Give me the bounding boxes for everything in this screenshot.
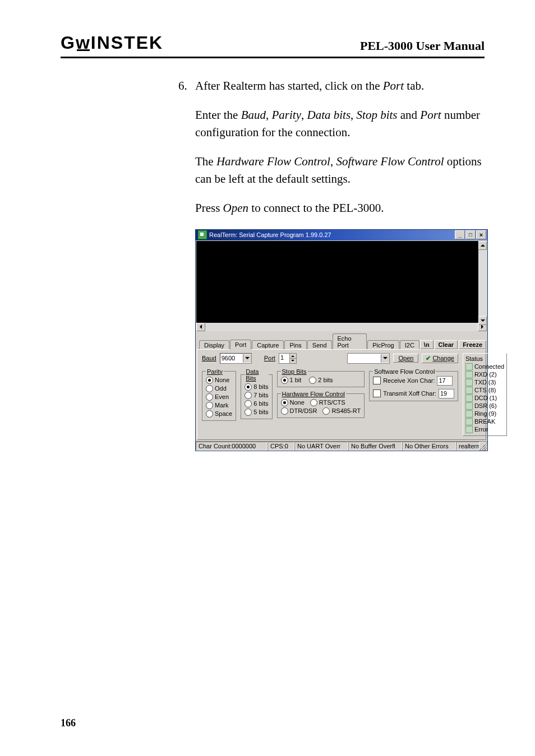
scroll-down-icon[interactable] [478,316,487,325]
minimize-button[interactable]: _ [455,230,465,239]
scroll-up-icon[interactable] [478,241,487,250]
terminal-viewport[interactable] [196,241,487,323]
close-button[interactable]: × [476,230,486,239]
parity-group: Parity None Odd Even Mark Space [202,368,236,421]
led-break: BREAK [465,418,504,425]
paragraph-open: Press Open to connect to the PEL-3000. [195,200,485,216]
tab-row: Display Port Capture Pins Send Echo Port… [196,332,487,349]
port-tab-panel: Baud Port Open [197,349,486,440]
parity-odd-radio[interactable]: Odd [206,385,232,392]
led-error: Error [465,426,504,433]
paragraph-flowcontrol: The Hardware Flow Control, Software Flow… [195,153,485,187]
step-number: 6. [178,77,195,94]
open-button[interactable]: Open [393,354,418,363]
status-url: realterm.sourceforge.net [456,442,479,451]
hfc-group: Hardware Flow Control None RTS/CTS DTR/D… [277,391,365,418]
tab-send[interactable]: Send [307,340,332,349]
stopbits-group: Stop Bits 1 bit 2 bits [277,368,365,387]
status-buffer: No Buffer Overfl [348,442,402,451]
led-ring: Ring (9) [465,410,504,418]
hfc-rs485-radio[interactable]: RS485-RT [322,407,361,415]
parity-legend: Parity [206,368,224,375]
databits-7-radio[interactable]: 7 bits [245,392,268,399]
resize-grip-icon[interactable] [479,442,487,451]
tab-i2c[interactable]: I2C [400,340,419,349]
sfc-receive-checkbox[interactable] [373,377,381,384]
tab-capture[interactable]: Capture [252,340,284,349]
tab-display[interactable]: Display [199,340,229,349]
parity-space-radio[interactable]: Space [206,410,232,418]
window-title: RealTerm: Serial Capture Program 1.99.0.… [209,231,331,238]
status-cps: CPS:0 [268,442,294,451]
xoff-char-input[interactable] [439,389,454,398]
baud-label: Baud [202,355,216,361]
led-txd: TXD (3) [465,379,504,386]
databits-group: Data Bits 8 bits 7 bits 6 bits 5 bits [241,368,272,419]
led-dsr: DSR (6) [465,402,504,410]
check-icon: ✔ [426,355,431,362]
parity-even-radio[interactable]: Even [206,393,232,401]
tab-picprog[interactable]: PicProg [367,340,399,349]
sfc-transmit-checkbox[interactable] [373,389,381,397]
maximize-button[interactable]: □ [465,230,476,239]
parity-mark-radio[interactable]: Mark [206,402,232,409]
led-dcd: DCD (1) [465,395,504,402]
spin-up-icon[interactable] [289,354,296,359]
clear-button[interactable]: Clear [435,340,458,349]
page-header: GwINSTEK PEL-3000 User Manual [61,33,485,58]
step-text: After Realterm has started, click on the… [195,77,424,94]
port-spinner[interactable] [279,353,297,364]
horizontal-scrollbar[interactable] [196,323,487,331]
port-input[interactable] [279,354,289,362]
dropdown-icon[interactable] [381,354,389,363]
page-number: 166 [61,717,76,729]
hfc-dtrdsr-radio[interactable]: DTR/DSR [281,407,317,415]
parity-none-radio[interactable]: None [206,377,232,384]
led-rxd: RXD (2) [465,371,504,378]
stopbits-legend: Stop Bits [281,368,308,375]
databits-legend: Data Bits [245,368,268,382]
scroll-left-icon[interactable] [196,323,205,331]
newline-button[interactable]: \n [420,340,433,349]
status-uart: No UART Overr [294,442,348,451]
led-connected: Connected [465,363,504,370]
step-6: 6. After Realterm has started, click on … [178,77,485,94]
status-header: Status [465,355,504,362]
hfc-legend: Hardware Flow Control [281,391,346,397]
hfc-none-radio[interactable]: None [281,399,305,406]
baud-input[interactable] [220,354,243,363]
app-icon [198,230,207,239]
tab-port[interactable]: Port [230,340,251,350]
databits-5-radio[interactable]: 5 bits [245,409,268,416]
baud-combo[interactable] [220,353,252,364]
stopbits-2-radio[interactable]: 2 bits [309,377,333,384]
sfc-receive-row: Receive Xon Char: [373,376,454,386]
databits-6-radio[interactable]: 6 bits [245,400,268,407]
extra-combo[interactable] [347,353,390,364]
status-charcount: Char Count:0000000 [196,442,268,451]
tab-pins[interactable]: Pins [284,340,306,349]
sfc-transmit-row: Transmit Xoff Char: [373,389,454,398]
vertical-scrollbar[interactable] [478,241,487,323]
stopbits-1-radio[interactable]: 1 bit [281,377,302,384]
dropdown-icon[interactable] [243,354,251,363]
sfc-legend: Software Flow Control [373,368,436,375]
freeze-button[interactable]: Freeze [459,340,486,349]
paragraph-config: Enter the Baud, Parity, Data bits, Stop … [195,106,485,141]
status-other: No Other Errors [402,442,456,451]
status-panel: Status Connected RXD (2) TXD (3) CTS (8)… [463,353,507,436]
window-titlebar[interactable]: RealTerm: Serial Capture Program 1.99.0.… [196,230,487,240]
realterm-window: RealTerm: Serial Capture Program 1.99.0.… [195,229,488,451]
xon-char-input[interactable] [437,376,453,386]
change-button[interactable]: ✔Change [422,354,458,363]
hfc-rtscts-radio[interactable]: RTS/CTS [310,399,345,406]
tab-echoport[interactable]: Echo Port [333,333,367,349]
doc-title: PEL-3000 User Manual [360,39,485,53]
port-label: Port [264,355,275,361]
spin-down-icon[interactable] [289,359,296,363]
led-cts: CTS (8) [465,387,504,394]
brand-logo: GwINSTEK [61,33,163,53]
databits-8-radio[interactable]: 8 bits [245,383,268,391]
sfc-group: Software Flow Control Receive Xon Char: … [369,368,458,401]
window-statusbar: Char Count:0000000 CPS:0 No UART Overr N… [196,441,487,451]
